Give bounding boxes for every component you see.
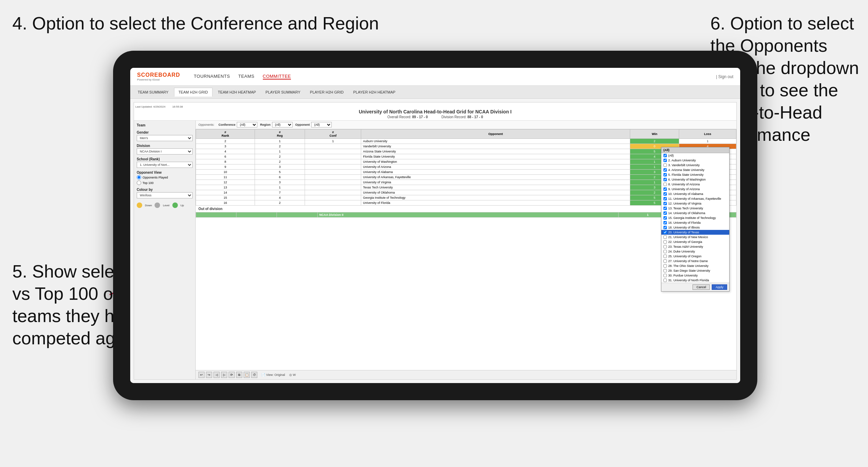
- dropdown-item[interactable]: 10. University of Alabama: [661, 192, 729, 196]
- nav-bar: SCOREBOARD Powered by iGood TOURNAMENTS …: [130, 68, 740, 86]
- nav-teams[interactable]: TEAMS: [238, 74, 254, 79]
- sub-nav-team-summary[interactable]: TEAM SUMMARY: [134, 88, 173, 96]
- table-row: 8 2 University of Washington 1 0: [196, 159, 736, 164]
- dropdown-item[interactable]: 31. University of North Florida: [661, 278, 729, 283]
- dropdown-item[interactable]: 12. University of Virginia: [661, 201, 729, 206]
- report-subtitle: Overall Record: 89 - 17 - 0 Division Rec…: [387, 115, 483, 119]
- sub-nav-player-heatmap[interactable]: PLAYER H2H HEATMAP: [349, 88, 400, 96]
- sub-nav-player-h2h-grid[interactable]: PLAYER H2H GRID: [306, 88, 348, 96]
- radio-top-100[interactable]: Top 100: [137, 181, 193, 185]
- dropdown-item[interactable]: 25. University of Oregon: [661, 254, 729, 259]
- table-row: 9 3 University of Arizona 1 0: [196, 164, 736, 170]
- table-row: 15 4 Georgia Institute of Technology 5 1: [196, 195, 736, 200]
- left-panel: Team Gender Men's Division NCAA Division…: [134, 121, 196, 379]
- dropdown-item[interactable]: 18. University of Illinois: [661, 225, 729, 230]
- paste-btn[interactable]: 📋: [244, 372, 250, 378]
- cancel-button[interactable]: Cancel: [693, 284, 710, 290]
- clock-btn[interactable]: ⏱: [251, 372, 257, 378]
- col-rank: #Rank: [196, 130, 255, 139]
- toolbar: ↩ ↪ ◁ ▷ ⟳ ⧉ 📋 ⏱ 📄 View: Original ◎ W: [196, 370, 736, 379]
- col-conf: #Conf: [305, 130, 361, 139]
- table-row: 6 2 Florida State University 4 2: [196, 154, 736, 159]
- data-table-container: #Rank #Reg #Conf Opponent Win Loss: [196, 129, 736, 370]
- dropdown-item[interactable]: 5. Florida State University: [661, 172, 729, 177]
- nav-committee[interactable]: COMMITTEE: [263, 74, 291, 79]
- conference-select[interactable]: (All): [237, 122, 257, 127]
- table-row: 13 1 Texas Tech University 3 0: [196, 185, 736, 190]
- dropdown-item[interactable]: 29. San Diego State University: [661, 268, 729, 273]
- dropdown-item[interactable]: 3. Vanderbilt University: [661, 163, 729, 168]
- legend-level-dot: [155, 202, 160, 208]
- gender-dropdown[interactable]: Men's: [137, 135, 193, 141]
- forward-btn[interactable]: ▷: [221, 372, 227, 378]
- dropdown-header: (All): [661, 147, 729, 153]
- dropdown-item[interactable]: 30. Purdue University: [661, 273, 729, 278]
- region-select[interactable]: (All): [272, 122, 293, 127]
- opponent-filter: Opponent (All): [295, 122, 332, 127]
- dropdown-item[interactable]: 13. Texas Tech University: [661, 206, 729, 211]
- content-body: Team Gender Men's Division NCAA Division…: [134, 121, 736, 379]
- dropdown-item[interactable]: 22. University of Georgia: [661, 239, 729, 244]
- dropdown-item[interactable]: 14. University of Oklahoma: [661, 211, 729, 216]
- dropdown-item[interactable]: 11. University of Arkansas, Fayetteville: [661, 196, 729, 201]
- table-row: 2 1 1 Auburn University 2 1: [196, 139, 736, 144]
- dropdown-footer: Cancel Apply: [661, 283, 729, 291]
- back-btn[interactable]: ◁: [213, 372, 220, 378]
- tablet: SCOREBOARD Powered by iGood TOURNAMENTS …: [113, 51, 757, 400]
- sub-nav-player-summary[interactable]: PLAYER SUMMARY: [261, 88, 305, 96]
- table-row: 16 2 University of Florida 5 1: [196, 200, 736, 206]
- sub-nav-h2h-heatmap[interactable]: TEAM H2H HEATMAP: [214, 88, 260, 96]
- out-of-div-label: Out of division: [196, 206, 736, 212]
- dropdown-item[interactable]: 27. University of Notre Dame: [661, 259, 729, 263]
- nav-tournaments[interactable]: TOURNAMENTS: [194, 74, 230, 79]
- tableau-container: Last Updated: 4/29/2024 16:55:38 Univers…: [134, 102, 737, 380]
- dropdown-item[interactable]: (All): [661, 153, 729, 158]
- school-dropdown[interactable]: 1. University of Nort...: [137, 162, 193, 168]
- tablet-screen: SCOREBOARD Powered by iGood TOURNAMENTS …: [130, 68, 740, 383]
- annotation-top-left: 4. Option to select the Conference and R…: [12, 12, 379, 35]
- main-content: Last Updated: 4/29/2024 16:55:38 Univers…: [130, 99, 740, 383]
- dropdown-item[interactable]: 20. University of Texas: [661, 230, 729, 235]
- opponent-view-radio: Opponents Played Top 100: [137, 175, 193, 185]
- view-original: 📄 View: Original: [261, 373, 285, 377]
- copy-btn[interactable]: ⧉: [236, 372, 242, 378]
- right-panel: Opponents: Conference (All) Region (: [196, 121, 736, 379]
- sub-nav: TEAM SUMMARY TEAM H2H GRID TEAM H2H HEAT…: [130, 86, 740, 99]
- refresh-btn[interactable]: ⟳: [229, 372, 235, 378]
- dropdown-item[interactable]: 21. University of New Mexico: [661, 235, 729, 239]
- table-row: 3 2 Vanderbilt University 0 4: [196, 144, 736, 149]
- col-loss: Loss: [679, 130, 736, 139]
- opponent-dropdown-overlay[interactable]: (All) (All) 2. Auburn University 3. Vand…: [661, 147, 730, 292]
- legend-down-dot: [137, 202, 142, 208]
- sub-nav-h2h-grid[interactable]: TEAM H2H GRID: [174, 88, 212, 97]
- out-of-div-row: NCAA Division II 1 0: [196, 212, 736, 218]
- dropdown-item[interactable]: 15. Georgia Institute of Technology: [661, 216, 729, 220]
- table-row: 12 3 University of Virginia 1 0: [196, 180, 736, 185]
- apply-button[interactable]: Apply: [712, 284, 727, 290]
- col-win: Win: [630, 130, 679, 139]
- report-header: Last Updated: 4/29/2024 16:55:38 Univers…: [134, 102, 736, 121]
- region-filter: Region (All): [260, 122, 293, 127]
- dropdown-item[interactable]: 16. University of Florida: [661, 220, 729, 225]
- dropdown-item[interactable]: 8. University of Arizona: [661, 182, 729, 187]
- dropdown-item[interactable]: 24. Duke University: [661, 249, 729, 254]
- redo-btn[interactable]: ↪: [206, 372, 212, 378]
- table-row: 10 5 University of Alabama 3 0: [196, 170, 736, 175]
- colour-by-dropdown[interactable]: Win/loss: [137, 192, 193, 198]
- undo-btn[interactable]: ↩: [198, 372, 205, 378]
- division-dropdown[interactable]: NCAA Division I: [137, 148, 193, 155]
- opponent-select[interactable]: (All): [311, 122, 332, 127]
- report-title: University of North Carolina Head-to-Hea…: [359, 109, 512, 114]
- col-opponent: Opponent: [361, 130, 630, 139]
- dropdown-item[interactable]: 28. The Ohio State University: [661, 263, 729, 268]
- dropdown-item[interactable]: 4. Arizona State University: [661, 168, 729, 172]
- legend: Down Level Up: [137, 202, 193, 208]
- dropdown-item[interactable]: 6. University of Washington: [661, 177, 729, 182]
- col-reg: #Reg: [255, 130, 305, 139]
- table-row: 4 1 Arizona State University 5 1: [196, 149, 736, 154]
- data-table: #Rank #Reg #Conf Opponent Win Loss: [196, 129, 736, 206]
- dropdown-item[interactable]: 23. Texas A&M University: [661, 244, 729, 249]
- radio-opponents-played[interactable]: Opponents Played: [137, 175, 193, 180]
- dropdown-item[interactable]: 9. University of Arizona: [661, 187, 729, 192]
- dropdown-item[interactable]: 2. Auburn University: [661, 158, 729, 163]
